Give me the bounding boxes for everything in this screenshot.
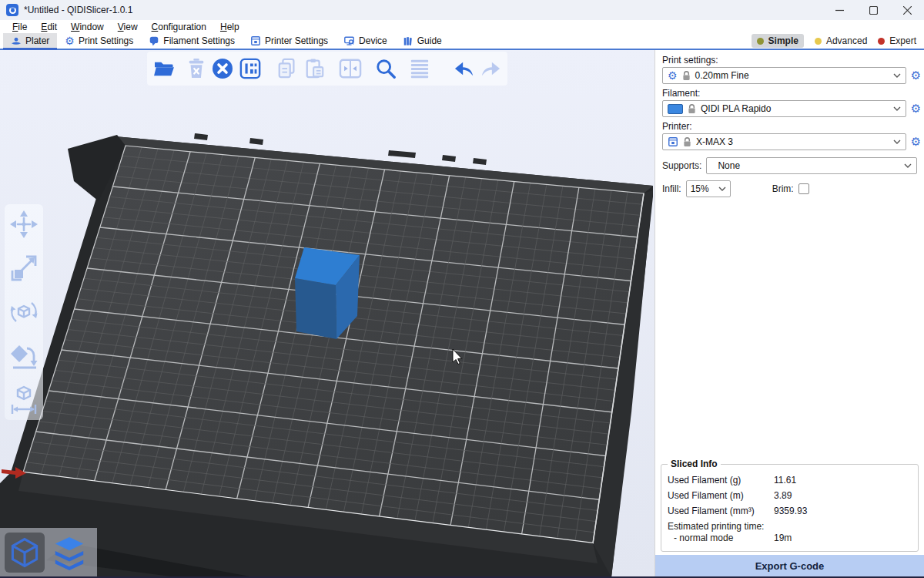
mode-label: Expert (889, 35, 916, 46)
print-settings-select[interactable]: ⚙ 0.20mm Fine (662, 67, 906, 84)
app-window: *Untitled - QIDISlicer-1.0.1 File Edit W… (0, 0, 924, 578)
menu-edit[interactable]: Edit (35, 22, 63, 32)
tab-guide[interactable]: Guide (395, 33, 450, 49)
plater-icon (11, 35, 22, 46)
tab-label: Print Settings (79, 35, 133, 46)
close-button[interactable] (890, 0, 924, 20)
tab-plater[interactable]: Plater (3, 33, 57, 49)
mode-switcher: Simple Advanced Expert (752, 33, 924, 49)
chevron-down-icon (893, 73, 901, 78)
chevron-down-icon (893, 139, 901, 144)
window-title: *Untitled - QIDISlicer-1.0.1 (24, 5, 132, 15)
layers-icon (52, 535, 87, 570)
menu-file[interactable]: File (6, 22, 33, 32)
measure-tool-button[interactable] (8, 385, 39, 415)
printer-icon (668, 136, 678, 147)
sliced-info-row: - normal mode 19m (668, 532, 912, 545)
lock-icon (688, 104, 696, 114)
menu-configuration[interactable]: Configuration (146, 22, 213, 32)
estimated-time-label: Estimated printing time: (668, 519, 912, 532)
printer-value: X-MAX 3 (696, 136, 889, 147)
place-on-face-tool-button[interactable] (8, 341, 39, 371)
infill-value: 15% (691, 183, 715, 194)
sliced-info-row: Used Filament (mm³) 9359.93 (668, 503, 912, 519)
expert-dot-icon (878, 38, 885, 45)
filament-icon (149, 35, 159, 46)
filament-value: QIDI PLA Rapido (701, 103, 889, 114)
minimize-button[interactable] (822, 0, 856, 20)
editor-view-button[interactable] (5, 533, 45, 573)
mode-label: Simple (768, 35, 798, 46)
search-button[interactable] (373, 55, 398, 82)
printer-select[interactable]: X-MAX 3 (662, 133, 906, 150)
tab-print-settings[interactable]: ⚙ Print Settings (57, 33, 141, 49)
sliced-info-row: Used Filament (m) 3.89 (668, 488, 912, 503)
edit-printer-button[interactable]: ⚙ (909, 135, 922, 149)
tab-filament-settings[interactable]: Filament Settings (141, 33, 243, 49)
maximize-button[interactable] (856, 0, 890, 20)
tab-device[interactable]: Device (336, 33, 395, 49)
redo-button[interactable] (478, 55, 503, 82)
3d-viewport[interactable] (0, 50, 654, 576)
menu-help[interactable]: Help (214, 22, 246, 32)
filament-label: Filament: (655, 86, 924, 100)
gear-icon: ⚙ (668, 70, 678, 81)
device-icon (343, 35, 355, 46)
sliced-info-title: Sliced Info (668, 459, 721, 469)
scale-tool-button[interactable] (8, 253, 39, 284)
simple-dot-icon (757, 38, 764, 45)
menu-view[interactable]: View (112, 22, 144, 32)
open-folder-button[interactable] (152, 55, 176, 82)
supports-value: None (711, 160, 899, 171)
lock-icon (682, 71, 691, 81)
cube-3d-icon (8, 536, 42, 570)
lock-icon (683, 137, 691, 147)
paste-button[interactable] (303, 55, 327, 82)
titlebar: *Untitled - QIDISlicer-1.0.1 (0, 0, 924, 20)
copy-button[interactable] (275, 55, 300, 82)
supports-label: Supports: (662, 160, 701, 171)
printer-icon (250, 35, 261, 46)
menubar: File Edit Window View Configuration Help (0, 20, 924, 33)
tab-printer-settings[interactable]: Printer Settings (243, 33, 336, 49)
tab-label: Plater (25, 35, 49, 46)
preview-view-button[interactable] (49, 533, 89, 573)
arrange-button[interactable] (238, 55, 263, 82)
chevron-down-icon (718, 187, 726, 191)
chevron-down-icon (893, 106, 901, 111)
move-tool-button[interactable] (8, 209, 39, 240)
edit-filament-button[interactable]: ⚙ (909, 102, 922, 116)
rotate-tool-button[interactable] (8, 297, 39, 328)
tab-label: Filament Settings (163, 35, 235, 46)
sliced-info-row: Used Filament (g) 11.61 (668, 472, 912, 488)
mode-simple[interactable]: Simple (752, 34, 804, 48)
delete-all-button[interactable] (210, 55, 235, 82)
filament-color-swatch (668, 104, 683, 114)
supports-select[interactable]: None (706, 157, 917, 174)
tabbar: Plater ⚙ Print Settings Filament Setting… (0, 33, 924, 50)
app-logo-icon (6, 4, 18, 16)
undo-button[interactable] (452, 55, 477, 82)
guide-icon (403, 35, 413, 46)
export-gcode-button[interactable]: Export G-code (655, 555, 924, 576)
mode-expert[interactable]: Expert (878, 35, 916, 46)
variable-layer-height-button[interactable] (407, 55, 432, 82)
filament-select[interactable]: QIDI PLA Rapido (662, 100, 906, 117)
split-objects-button[interactable] (338, 55, 363, 82)
printer-label: Printer: (655, 119, 924, 133)
advanced-dot-icon (815, 38, 822, 45)
tab-label: Guide (417, 35, 442, 46)
viewport-toolbar (147, 52, 507, 86)
edit-print-settings-button[interactable]: ⚙ (909, 69, 922, 82)
tab-label: Printer Settings (265, 35, 328, 46)
chevron-down-icon (904, 163, 912, 168)
mode-advanced[interactable]: Advanced (815, 35, 867, 46)
brim-label: Brim: (772, 183, 794, 194)
infill-select[interactable]: 15% (686, 180, 731, 197)
menu-window[interactable]: Window (65, 22, 110, 32)
sliced-info-box: Sliced Info Used Filament (g) 11.61 Used… (661, 459, 919, 552)
settings-panel: Print settings: ⚙ 0.20mm Fine ⚙ Filament… (654, 50, 924, 576)
delete-button[interactable] (184, 55, 209, 82)
mode-label: Advanced (826, 35, 867, 46)
brim-checkbox[interactable] (798, 183, 809, 194)
